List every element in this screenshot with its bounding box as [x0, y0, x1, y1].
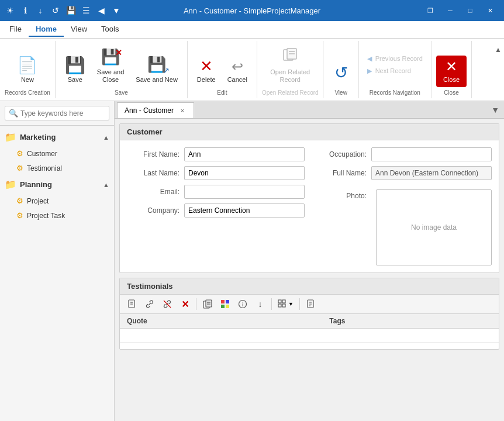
- open-related-record-button[interactable]: Open RelatedRecord: [265, 43, 315, 87]
- project-icon: ⚙: [16, 196, 23, 205]
- cancel-icon: ↩: [232, 60, 243, 74]
- save-icon[interactable]: 💾: [65, 5, 76, 16]
- svg-rect-9: [206, 300, 212, 307]
- save-button[interactable]: 💾 Save: [60, 54, 90, 87]
- customer-label: Customer: [27, 150, 57, 158]
- open-related-icon: [282, 47, 298, 66]
- testimonials-info-button[interactable]: i: [235, 297, 250, 311]
- sidebar-item-customer[interactable]: ⚙ Customer: [0, 146, 114, 161]
- prev-icon: ◀: [367, 55, 372, 63]
- save-close-x-icon: ✕: [115, 48, 122, 57]
- restore-button[interactable]: ❐: [421, 2, 440, 19]
- close-record-label: Close: [443, 76, 460, 84]
- menu-view[interactable]: View: [64, 22, 94, 37]
- delete-button[interactable]: ✕ Delete: [192, 55, 220, 87]
- sidebar-item-project[interactable]: ⚙ Project: [0, 194, 114, 208]
- testimonials-separator-3: [299, 298, 300, 310]
- tab-ann-customer[interactable]: Ann - Customer ×: [117, 102, 194, 118]
- ribbon-group-edit: ✕ Delete ↩ Cancel Edit: [188, 41, 257, 98]
- planning-folder-icon: 📁: [5, 179, 16, 190]
- menu-tools[interactable]: Tools: [94, 22, 126, 37]
- previous-record-button[interactable]: ◀ Previous Record: [364, 53, 426, 64]
- next-record-label: Next Record: [375, 67, 411, 74]
- testimonials-remove-button[interactable]: ✕: [177, 297, 192, 311]
- last-name-row: Last Name:: [127, 166, 305, 180]
- testimonials-separator-1: [196, 298, 196, 310]
- info-icon[interactable]: ℹ: [20, 5, 30, 16]
- testimonials-table: Quote Tags: [120, 314, 499, 343]
- new-button[interactable]: 📄 New: [12, 54, 42, 87]
- close-record-button[interactable]: ✕ Close: [436, 56, 467, 87]
- project-label: Project: [27, 197, 49, 205]
- ribbon: 📄 New Records Creation 💾 Save 💾 ✕ Save a…: [0, 39, 504, 101]
- last-name-input[interactable]: [184, 166, 305, 180]
- menu-file[interactable]: File: [2, 22, 29, 37]
- sidebar-group-marketing[interactable]: 📁 Marketing ▲: [0, 128, 114, 146]
- cancel-button[interactable]: ↩ Cancel: [223, 56, 252, 87]
- testimonials-toolbar: ✕: [120, 295, 499, 314]
- next-record-button[interactable]: ▶ Next Record: [364, 65, 426, 77]
- title-bar-left: ☀ ℹ ↓ ↺ 💾 ☰ ◀ ▼: [5, 5, 122, 16]
- testimonials-grid-button[interactable]: ▼: [275, 297, 296, 311]
- tab-close-button[interactable]: ×: [178, 106, 187, 115]
- close-record-icon: ✕: [446, 60, 457, 74]
- sidebar-item-project-task[interactable]: ⚙ Project Task: [0, 208, 114, 223]
- app-icon: ☀: [5, 5, 15, 16]
- email-row: Email:: [127, 185, 305, 199]
- testimonials-new-button[interactable]: [125, 297, 140, 311]
- content-area: Ann - Customer × ▼ Customer First Name:: [115, 101, 504, 421]
- testimonials-open-button[interactable]: [200, 297, 215, 311]
- tab-chevron[interactable]: ▼: [489, 103, 502, 117]
- dropdown-icon[interactable]: ▼: [111, 5, 122, 16]
- marketing-label: Marketing: [20, 133, 56, 142]
- occupation-input[interactable]: [371, 147, 492, 161]
- svg-text:i: i: [242, 302, 243, 308]
- ribbon-collapse-button[interactable]: ▲: [492, 43, 504, 56]
- marketing-chevron: ▲: [103, 134, 109, 141]
- testimonials-arrow-down-button[interactable]: ↓: [253, 297, 268, 311]
- testimonials-separator-2: [271, 298, 272, 310]
- svg-rect-18: [278, 300, 281, 303]
- records-creation-label: Records Creation: [5, 89, 50, 96]
- save-icon: 💾: [65, 57, 85, 74]
- company-input[interactable]: [184, 203, 305, 218]
- full-name-label: Full Name:: [314, 169, 367, 177]
- refresh-icon[interactable]: ↺: [50, 5, 61, 16]
- menu-icon[interactable]: ☰: [81, 5, 91, 16]
- sidebar-item-testimonial[interactable]: ⚙ Testimonial: [0, 161, 114, 175]
- email-input[interactable]: [184, 185, 305, 199]
- sidebar-group-planning[interactable]: 📁 Planning ▲: [0, 175, 114, 194]
- customer-form-section: Customer First Name: Last Name:: [119, 123, 499, 273]
- testimonials-color-grid-button[interactable]: [218, 297, 233, 311]
- save-and-new-button[interactable]: 💾 ↗ Save and New: [131, 52, 182, 87]
- testimonials-export-button[interactable]: [303, 297, 319, 311]
- refresh-record-icon: ↺: [334, 65, 348, 81]
- sidebar: 🔍 📁 Marketing ▲ ⚙ Customer ⚙ Testimonial…: [0, 101, 115, 421]
- save-and-close-button[interactable]: 💾 ✕ Save andClose: [92, 44, 129, 87]
- testimonials-form-section: Testimonials: [119, 278, 499, 350]
- minimize-button[interactable]: ─: [441, 2, 460, 19]
- form-body: First Name: Last Name: Email: Compa: [120, 140, 499, 272]
- testimonials-table-body: [120, 329, 499, 343]
- delete-label: Delete: [197, 76, 216, 84]
- svg-rect-14: [221, 305, 225, 308]
- close-window-button[interactable]: ✕: [481, 2, 499, 19]
- view-group-label: View: [334, 89, 347, 96]
- email-label: Email:: [127, 188, 179, 196]
- testimonials-link-button[interactable]: [142, 297, 157, 311]
- back-icon[interactable]: ◀: [96, 5, 106, 16]
- testimonial-label: Testimonial: [27, 164, 62, 172]
- search-input[interactable]: [20, 109, 105, 118]
- menu-home[interactable]: Home: [29, 22, 64, 37]
- full-name-row: Full Name: Ann Devon (Eastern Connection…: [314, 166, 492, 180]
- ribbon-group-view: ↺ View: [324, 41, 359, 98]
- testimonials-unlink-button[interactable]: [160, 297, 175, 311]
- tab-label: Ann - Customer: [125, 106, 174, 115]
- first-name-input[interactable]: [184, 147, 305, 161]
- maximize-button[interactable]: □: [461, 2, 479, 19]
- save-new-arrow-icon: ↗: [163, 66, 170, 75]
- svg-rect-20: [278, 304, 281, 307]
- svg-rect-19: [282, 300, 285, 303]
- refresh-record-button[interactable]: ↺: [330, 61, 353, 87]
- download-icon[interactable]: ↓: [35, 5, 46, 16]
